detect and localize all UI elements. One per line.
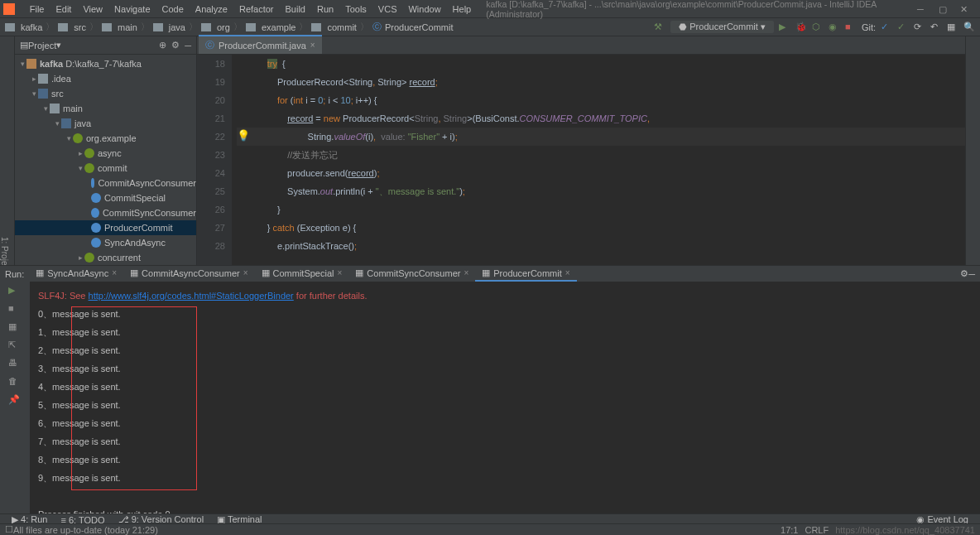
slf4j-link[interactable]: http://www.slf4j.org/codes.html#StaticLo…: [89, 291, 294, 301]
stop-icon[interactable]: ■: [8, 303, 22, 316]
window-title: kafka [D:\kafka_7-7\kafka] - ...\src\mai…: [486, 0, 917, 19]
runtab-commitsync[interactable]: ▦ CommitSyncConsumer ×: [348, 266, 475, 282]
navigation-toolbar: kafka〉 src〉 main〉 java〉 org〉 example〉 co…: [0, 18, 980, 36]
delete-icon[interactable]: 🗑: [8, 376, 22, 389]
run-settings-icon[interactable]: ⚙: [960, 268, 968, 279]
maximize-icon[interactable]: ▢: [939, 4, 949, 14]
menubar: File Edit View Navigate Code Analyze Ref…: [20, 1, 917, 17]
vcs-revert-icon[interactable]: ↶: [930, 22, 942, 33]
run-config-select[interactable]: ⬣ ProducerCommit ▾: [670, 21, 774, 33]
runtab-commitasync[interactable]: ▦ CommitAsyncConsumer ×: [123, 266, 254, 282]
coverage-icon[interactable]: ⬡: [812, 22, 824, 33]
menu-refactor[interactable]: Refactor: [234, 2, 279, 16]
menu-vcs[interactable]: VCS: [373, 2, 402, 16]
menu-window[interactable]: Window: [403, 2, 445, 16]
titlebar: File Edit View Navigate Code Analyze Ref…: [0, 0, 980, 18]
vcs-commit-icon[interactable]: ✓: [897, 22, 909, 33]
pin-icon[interactable]: 📌: [8, 394, 22, 407]
menu-edit[interactable]: Edit: [50, 2, 76, 16]
editor-tab-producercommit[interactable]: ⓒProducerCommit.java×: [199, 35, 322, 54]
search-icon[interactable]: 🔍: [963, 22, 975, 33]
intention-bulb-icon[interactable]: 💡: [237, 129, 250, 142]
breadcrumb[interactable]: kafka〉 src〉 main〉 java〉 org〉 example〉 co…: [5, 21, 453, 33]
menu-help[interactable]: Help: [448, 2, 477, 16]
editor-tabs: ⓒProducerCommit.java×: [197, 36, 965, 55]
run-icon[interactable]: ▶: [779, 22, 790, 33]
git-label: Git:: [862, 22, 876, 32]
runtab-commitspecial[interactable]: ▦ CommitSpecial ×: [255, 266, 349, 282]
project-collapse-icon[interactable]: ⊕: [159, 40, 166, 51]
rerun-icon[interactable]: ▶: [8, 285, 22, 298]
hammer-icon[interactable]: ⚒: [654, 22, 665, 33]
menu-tools[interactable]: Tools: [340, 2, 372, 16]
debug-icon[interactable]: 🐞: [795, 22, 807, 33]
menu-run[interactable]: Run: [312, 2, 339, 16]
minimize-icon[interactable]: ─: [917, 4, 927, 14]
vcs-update-icon[interactable]: ✓: [881, 22, 892, 33]
menu-file[interactable]: File: [25, 2, 50, 16]
up-icon[interactable]: ⇱: [8, 340, 22, 353]
project-hide-icon[interactable]: ─: [185, 41, 191, 51]
run-side-toolbar: ▶ ■ ▦ ⇱ 🖶 🗑 📌: [0, 282, 30, 528]
status-enc: CRLF: [805, 525, 829, 535]
tree-producercommit: ProducerCommit: [15, 220, 196, 235]
status-bar: ☐ All files are up-to-date (today 21:29)…: [0, 523, 980, 535]
menu-code[interactable]: Code: [157, 2, 189, 16]
project-settings-icon[interactable]: ⚙: [171, 40, 180, 51]
runtab-syncandasync[interactable]: ▦ SyncAndAsync ×: [29, 266, 123, 282]
ide-structure-icon[interactable]: ▦: [947, 22, 958, 33]
profile-icon[interactable]: ◉: [829, 22, 840, 33]
run-header: Run: ▦ SyncAndAsync × ▦ CommitAsyncConsu…: [0, 266, 980, 282]
status-pos: 17:1: [781, 525, 798, 535]
watermark: https://blog.csdn.net/qq_40837741: [835, 525, 975, 535]
print-icon[interactable]: 🖶: [8, 358, 22, 371]
menu-navigate[interactable]: Navigate: [109, 2, 155, 16]
status-message: All files are up-to-date (today 21:29): [13, 525, 158, 535]
close-icon[interactable]: ✕: [960, 4, 970, 14]
intellij-logo-icon: [3, 3, 15, 15]
stop-icon[interactable]: ■: [845, 22, 857, 33]
menu-view[interactable]: View: [78, 2, 108, 16]
project-header: ▤ Project ▾ ⊕ ⚙ ─: [15, 36, 196, 55]
run-output[interactable]: SLF4J: See http://www.slf4j.org/codes.ht…: [30, 282, 980, 528]
menu-analyze[interactable]: Analyze: [190, 2, 233, 16]
vcs-history-icon[interactable]: ⟳: [914, 22, 925, 33]
run-panel: Run: ▦ SyncAndAsync × ▦ CommitAsyncConsu…: [0, 265, 980, 513]
runtab-producercommit[interactable]: ▦ ProducerCommit ×: [475, 266, 576, 282]
run-hide-icon[interactable]: ─: [968, 269, 975, 279]
menu-build[interactable]: Build: [281, 2, 310, 16]
close-tab-icon[interactable]: ×: [310, 41, 315, 50]
layout-icon[interactable]: ▦: [8, 321, 22, 335]
